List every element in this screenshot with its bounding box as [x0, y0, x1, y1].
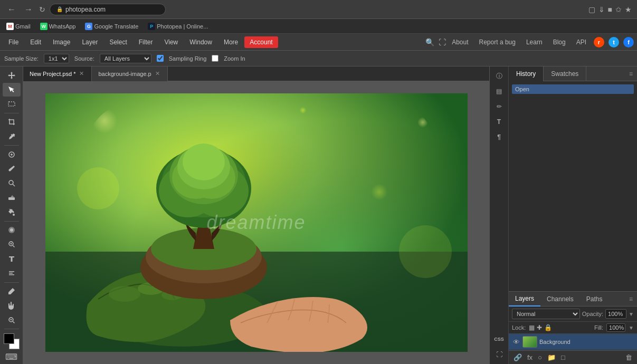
hand-tool[interactable]: [3, 299, 21, 312]
layer-visibility-eye[interactable]: 👁: [512, 338, 520, 346]
menu-file[interactable]: File: [3, 36, 24, 48]
lock-pixels-icon[interactable]: ▦: [529, 324, 535, 331]
history-item-open[interactable]: Open: [512, 84, 634, 94]
tab-history[interactable]: History: [509, 66, 544, 81]
right-panel-inner: ⓘ ▤ ✏ T ¶ CSS ⛶ History Swatches ≡: [490, 66, 637, 364]
opacity-value: 100%: [605, 309, 626, 319]
eraser-tool[interactable]: [3, 191, 21, 204]
bookmark-icon[interactable]: ✩: [615, 5, 622, 14]
url-bar[interactable]: 🔒 photopea.com: [50, 4, 166, 15]
tab-background-image[interactable]: background-image.p ✕: [92, 66, 167, 81]
reload-button[interactable]: ↻: [39, 5, 45, 14]
tool-separator-3: [4, 221, 19, 222]
history-panel-menu[interactable]: ≡: [625, 68, 637, 80]
bookmark-whatsapp[interactable]: W WhatsApp: [38, 22, 78, 31]
twitter-icon[interactable]: t: [609, 37, 619, 47]
healing-tool[interactable]: [3, 148, 21, 161]
opacity-dropdown[interactable]: ▼: [629, 311, 634, 317]
new-tab-icon[interactable]: ▢: [588, 5, 595, 14]
menu-window[interactable]: Window: [184, 36, 217, 48]
source-select[interactable]: All Layers Current Layer: [100, 54, 151, 63]
panel-css-icon[interactable]: CSS: [492, 332, 507, 347]
menu-account[interactable]: Account: [244, 36, 278, 48]
canvas-image: dreamtime: [45, 93, 468, 352]
panel-info-icon[interactable]: ⓘ: [492, 69, 507, 83]
menu-image[interactable]: Image: [47, 36, 75, 48]
layer-mask-icon[interactable]: ○: [536, 352, 544, 362]
panel-adjust-icon[interactable]: ▤: [492, 84, 507, 99]
menu-filter[interactable]: Filter: [134, 36, 158, 48]
back-button[interactable]: ←: [5, 4, 18, 15]
tab-channels[interactable]: Channels: [540, 292, 580, 306]
bookmark-google-translate[interactable]: G Google Translate: [83, 22, 140, 31]
move-tool[interactable]: [3, 69, 21, 82]
svg-point-13: [77, 167, 119, 209]
paragraph-tool[interactable]: [3, 266, 21, 280]
menu-api[interactable]: API: [573, 36, 590, 48]
search-icon[interactable]: 🔍: [424, 36, 436, 48]
menu-about[interactable]: About: [449, 36, 471, 48]
marquee-tool[interactable]: [3, 98, 21, 111]
keyboard-shortcuts-icon[interactable]: ⌨: [5, 352, 17, 362]
bookmark-gmail[interactable]: M Gmail: [4, 22, 33, 31]
panel-para-icon[interactable]: ¶: [492, 130, 507, 145]
lock-all-icon[interactable]: 🔒: [544, 324, 552, 331]
link-layers-icon[interactable]: 🔗: [512, 352, 524, 362]
star-icon[interactable]: ★: [625, 5, 632, 14]
tab-paths[interactable]: Paths: [580, 292, 609, 306]
tab-background-image-close[interactable]: ✕: [154, 70, 161, 77]
svg-point-16: [109, 286, 140, 302]
menu-report-bug[interactable]: Report a bug: [476, 36, 519, 48]
clone-stamp-tool[interactable]: [3, 177, 21, 190]
menu-edit[interactable]: Edit: [25, 36, 46, 48]
menu-more[interactable]: More: [218, 36, 243, 48]
canvas-wrapper[interactable]: dreamtime: [23, 81, 489, 364]
extensions-icon[interactable]: ■: [608, 5, 612, 14]
layer-effects-icon[interactable]: fx: [526, 352, 534, 362]
layer-item-background[interactable]: 👁 Background: [509, 334, 637, 350]
tool-options-bar: Sample Size: 1x1 3x3 5x5 Source: All Lay…: [0, 51, 637, 66]
blur-tool[interactable]: [3, 224, 21, 237]
new-layer-icon[interactable]: □: [559, 352, 567, 362]
fullscreen-icon[interactable]: ⛶: [437, 36, 448, 48]
sample-size-select[interactable]: 1x1 3x3 5x5: [44, 54, 69, 63]
foreground-color[interactable]: [4, 333, 14, 344]
eyedropper-tool[interactable]: [3, 130, 21, 143]
tab-layers[interactable]: Layers: [509, 292, 540, 306]
menu-select[interactable]: Select: [104, 36, 132, 48]
lock-position-icon[interactable]: ✚: [537, 324, 542, 331]
tab-new-project[interactable]: New Project.psd * ✕: [23, 66, 92, 81]
forward-button[interactable]: →: [22, 4, 35, 15]
tab-new-project-close[interactable]: ✕: [78, 70, 85, 77]
menu-blog[interactable]: Blog: [550, 36, 569, 48]
zoom-in-checkbox[interactable]: [212, 55, 218, 62]
menu-learn[interactable]: Learn: [523, 36, 546, 48]
fill-tool[interactable]: [3, 205, 21, 218]
download-icon[interactable]: ⇓: [598, 5, 605, 14]
delete-layer-icon[interactable]: 🗑: [624, 352, 634, 362]
crop-tool[interactable]: [3, 116, 21, 129]
panel-image-icon[interactable]: ⛶: [492, 347, 507, 362]
zoom-out-tool[interactable]: [3, 313, 21, 327]
layers-panel-menu[interactable]: ≡: [625, 293, 637, 305]
fill-dropdown[interactable]: ▼: [629, 325, 634, 331]
tab-swatches[interactable]: Swatches: [544, 66, 586, 81]
menu-view[interactable]: View: [159, 36, 183, 48]
layer-thumb-image: [523, 337, 537, 347]
tool-separator-1: [4, 113, 19, 113]
new-group-icon[interactable]: 📁: [546, 352, 557, 362]
zoom-tool[interactable]: [3, 238, 21, 251]
brush-tool[interactable]: [3, 162, 21, 176]
sampling-ring-checkbox[interactable]: [157, 55, 164, 62]
blend-mode-select[interactable]: Normal Multiply Screen Overlay: [512, 309, 580, 319]
bookmark-photopea[interactable]: P Photopea | Online...: [146, 22, 210, 31]
reddit-icon[interactable]: r: [594, 37, 604, 47]
menu-layer[interactable]: Layer: [77, 36, 103, 48]
pen-tool[interactable]: [3, 285, 21, 298]
panel-brush-icon[interactable]: ✏: [492, 99, 507, 114]
panel-text-icon[interactable]: T: [492, 114, 507, 129]
facebook-icon[interactable]: f: [623, 37, 634, 47]
selection-tool[interactable]: [3, 83, 21, 96]
svg-point-2: [9, 180, 13, 185]
text-tool[interactable]: [3, 252, 21, 265]
